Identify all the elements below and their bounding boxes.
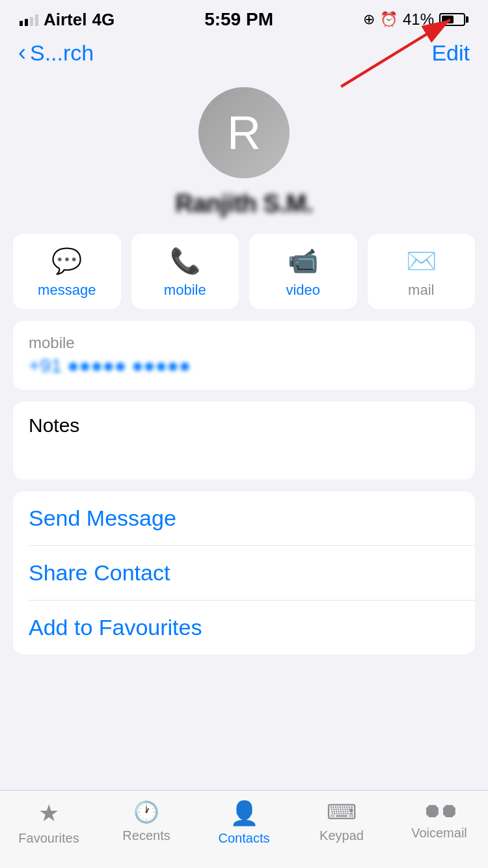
mobile-label: mobile <box>164 282 206 299</box>
voicemail-icon: ⏺⏺ <box>422 800 456 822</box>
status-time: 5:59 PM <box>204 9 273 30</box>
mobile-button[interactable]: 📞 mobile <box>131 234 239 309</box>
mobile-card-value: +91 ●●●●● ●●●●● <box>29 355 459 377</box>
alarm-icon: ⏰ <box>380 11 398 28</box>
contact-header: R Ranjith S.M. <box>0 74 488 234</box>
mail-label: mail <box>408 282 434 299</box>
tab-favourites[interactable]: ★ Favourites <box>0 800 98 846</box>
send-message-button[interactable]: Send Message <box>13 491 475 545</box>
tab-keypad[interactable]: ⌨ Keypad <box>293 800 390 843</box>
mail-button[interactable]: ✉️ mail <box>368 234 476 309</box>
video-button[interactable]: 📹 video <box>249 234 357 309</box>
chevron-left-icon: ‹ <box>18 39 26 66</box>
message-label: message <box>38 282 96 299</box>
signal-bar-3 <box>30 17 33 26</box>
avatar-initial: R <box>227 106 261 159</box>
notes-card: Notes <box>13 401 475 480</box>
video-label: video <box>286 282 320 299</box>
recents-icon: 🕐 <box>133 800 159 824</box>
tab-voicemail[interactable]: ⏺⏺ Voicemail <box>390 800 488 841</box>
notes-title: Notes <box>29 414 459 437</box>
mail-icon: ✉️ <box>406 247 437 275</box>
signal-bars <box>20 13 38 26</box>
battery-percent: 41% <box>403 10 434 29</box>
carrier-info: Airtel 4G <box>20 10 115 30</box>
action-list: Send Message Share Contact Add to Favour… <box>13 491 475 655</box>
signal-bar-4 <box>35 14 38 26</box>
carrier-name: Airtel <box>44 10 87 30</box>
mobile-card-label: mobile <box>29 334 459 352</box>
contacts-icon: 👤 <box>230 800 259 827</box>
contact-name: Ranjith S.M. <box>175 190 312 218</box>
recents-label: Recents <box>122 828 170 843</box>
back-button[interactable]: ‹ S...rch <box>18 39 94 66</box>
share-contact-button[interactable]: Share Contact <box>13 546 475 600</box>
tab-recents[interactable]: 🕐 Recents <box>98 800 195 843</box>
signal-bar-2 <box>25 19 28 26</box>
action-buttons-row: 💬 message 📞 mobile 📹 video ✉️ mail <box>0 234 488 309</box>
message-button[interactable]: 💬 message <box>13 234 121 309</box>
add-to-favourites-button[interactable]: Add to Favourites <box>13 601 475 655</box>
signal-bar-1 <box>20 21 23 26</box>
tab-contacts[interactable]: 👤 Contacts <box>195 800 293 846</box>
status-right-group: ⊕ ⏰ 41% <box>363 10 468 29</box>
keypad-icon: ⌨ <box>327 800 357 824</box>
lock-icon: ⊕ <box>363 11 375 28</box>
contacts-label: Contacts <box>219 831 270 846</box>
mobile-card: mobile +91 ●●●●● ●●●●● <box>13 321 475 390</box>
back-label: S...rch <box>30 40 94 66</box>
status-bar: Airtel 4G 5:59 PM ⊕ ⏰ 41% <box>0 0 488 34</box>
video-icon: 📹 <box>288 247 318 275</box>
tab-bar: ★ Favourites 🕐 Recents 👤 Contacts ⌨ Keyp… <box>0 790 488 868</box>
favourites-icon: ★ <box>38 800 59 827</box>
avatar: R <box>198 87 290 178</box>
network-type: 4G <box>92 10 115 30</box>
voicemail-label: Voicemail <box>411 826 467 841</box>
keypad-label: Keypad <box>319 828 364 843</box>
edit-button[interactable]: Edit <box>431 40 470 66</box>
phone-icon: 📞 <box>170 247 200 275</box>
message-icon: 💬 <box>51 247 82 275</box>
battery-icon <box>439 13 468 26</box>
favourites-label: Favourites <box>18 831 79 846</box>
nav-bar: ‹ S...rch Edit <box>0 34 488 74</box>
